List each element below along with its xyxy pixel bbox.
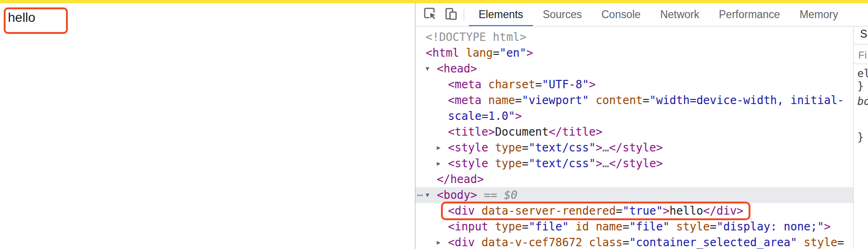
- syntax-token: <style: [448, 141, 488, 154]
- syntax-token: <head>: [437, 62, 477, 75]
- node-div-server-rendered[interactable]: <div data-server-rendered="true">hello</…: [415, 203, 853, 219]
- css-brace-partial: }: [857, 80, 864, 92]
- syntax-token: style: [797, 236, 837, 249]
- node-input-file[interactable]: <input type="file" id name="file" style=…: [415, 219, 853, 235]
- syntax-token: =: [623, 220, 629, 233]
- syntax-token: "viewport": [522, 94, 589, 107]
- syntax-token: "true": [623, 204, 663, 217]
- syntax-token: =: [522, 141, 528, 154]
- node-head-close[interactable]: </head>: [415, 171, 853, 187]
- element-style-partial: el: [857, 67, 868, 79]
- syntax-token: type: [488, 220, 522, 233]
- tab-performance[interactable]: Performance: [709, 3, 790, 26]
- syntax-token: "container_selected_area": [629, 236, 797, 249]
- device-toolbar-button[interactable]: [443, 7, 458, 22]
- syntax-token: …: [602, 157, 609, 170]
- expand-toggle-icon[interactable]: ▶: [437, 235, 441, 249]
- syntax-token: <div: [448, 236, 475, 249]
- inspect-element-button[interactable]: [423, 7, 438, 22]
- syntax-token: == $0: [477, 189, 518, 202]
- inspect-cursor-icon: [423, 7, 437, 23]
- tab-styles-partial[interactable]: S: [860, 28, 867, 40]
- node-head[interactable]: ▼<head>: [415, 61, 853, 77]
- syntax-token: "UTF-8": [542, 78, 589, 91]
- tab-console[interactable]: Console: [592, 3, 650, 26]
- css-brace-partial-2: }: [857, 131, 864, 143]
- syntax-token: =: [515, 94, 522, 107]
- styles-pane-divider: [854, 44, 868, 45]
- expand-toggle-icon[interactable]: ▶: [437, 156, 441, 171]
- syntax-token: >: [589, 78, 595, 91]
- web-page-viewport: hello: [0, 3, 415, 249]
- devtools-tabs: ElementsSourcesConsoleNetworkPerformance…: [469, 3, 868, 26]
- syntax-token: <style: [448, 157, 488, 170]
- syntax-token: =: [616, 204, 622, 217]
- node-style-1[interactable]: ▶<style type="text/css">…</style>: [415, 140, 853, 156]
- syntax-token: </head>: [437, 173, 484, 186]
- devtools-panel: ElementsSourcesConsoleNetworkPerformance…: [415, 3, 868, 249]
- syntax-token: style: [670, 220, 710, 233]
- syntax-token: =: [710, 220, 717, 233]
- syntax-token: =: [837, 236, 844, 249]
- tab-network[interactable]: Network: [651, 3, 709, 26]
- syntax-token: scale=1.0": [448, 110, 515, 123]
- syntax-token: lang: [459, 46, 493, 59]
- syntax-token: =: [535, 78, 542, 91]
- node-div-container-selected-area[interactable]: ▶<div data-v-cef78672 class="container_s…: [415, 235, 853, 249]
- syntax-token: data-v-cef78672: [475, 236, 582, 249]
- node-meta-charset[interactable]: <meta charset="UTF-8">: [415, 77, 853, 92]
- styles-filter-partial[interactable]: Fi: [858, 49, 867, 61]
- syntax-token: <title>: [448, 125, 495, 138]
- tab-memory[interactable]: Memory: [790, 3, 848, 26]
- syntax-token: </style>: [609, 141, 663, 154]
- syntax-token: content: [589, 94, 643, 107]
- styles-filter-divider: [854, 64, 868, 64]
- node-html[interactable]: <html lang="en">: [415, 45, 853, 61]
- syntax-token: </title>: [549, 125, 603, 138]
- syntax-token: type: [488, 141, 522, 154]
- syntax-token: name: [481, 94, 515, 107]
- syntax-token: </div>: [703, 204, 743, 217]
- devtools-toolbar: ElementsSourcesConsoleNetworkPerformance…: [415, 3, 868, 26]
- syntax-token: "text/css": [528, 157, 596, 170]
- syntax-token: "display: none;": [717, 220, 824, 233]
- expand-toggle-icon[interactable]: ▼: [426, 61, 429, 77]
- tab-sources[interactable]: Sources: [533, 3, 592, 26]
- syntax-token: </style>: [609, 157, 663, 170]
- inspection-highlight-box: [4, 7, 68, 34]
- device-toolbar-icon: [444, 7, 458, 23]
- syntax-token: "file": [528, 220, 569, 233]
- syntax-token: hello: [670, 204, 703, 217]
- syntax-token: Document: [495, 125, 549, 138]
- syntax-token: >: [596, 157, 602, 170]
- syntax-token: =: [623, 236, 629, 249]
- syntax-token: name: [589, 220, 622, 233]
- syntax-token: <meta: [448, 78, 481, 91]
- syntax-token: =: [522, 157, 528, 170]
- dom-tree: <!DOCTYPE html><html lang="en">▼<head><m…: [415, 26, 853, 249]
- syntax-token: <input: [448, 220, 488, 233]
- expand-toggle-icon[interactable]: ▶: [437, 140, 441, 156]
- expand-toggle-icon[interactable]: ▼: [426, 187, 429, 203]
- browser-window: hello: [0, 0, 868, 249]
- toolbar-separator: [464, 8, 464, 21]
- node-body[interactable]: ⋯▼<body> == $0: [415, 187, 853, 203]
- syntax-token: >: [824, 220, 830, 233]
- node-meta-viewport-wrap[interactable]: scale=1.0">: [415, 108, 853, 124]
- node-doctype[interactable]: <!DOCTYPE html>: [415, 29, 853, 45]
- syntax-token: "file": [629, 220, 670, 233]
- syntax-token: =: [493, 46, 500, 59]
- syntax-token: <!DOCTYPE html>: [426, 31, 526, 44]
- syntax-token: =: [643, 94, 649, 107]
- syntax-token: <div: [448, 204, 475, 217]
- syntax-token: =: [522, 220, 528, 233]
- syntax-token: <body>: [437, 189, 477, 202]
- syntax-token: …: [602, 141, 609, 154]
- node-meta-viewport[interactable]: <meta name="viewport" content="width=dev…: [415, 92, 853, 108]
- syntax-token: type: [488, 157, 522, 170]
- node-style-2[interactable]: ▶<style type="text/css">…</style>: [415, 156, 853, 171]
- inspected-node-outline: <div data-server-rendered="true">hello</…: [441, 202, 750, 220]
- tab-elements[interactable]: Elements: [469, 3, 533, 26]
- syntax-token: <html: [426, 46, 459, 59]
- node-title[interactable]: <title>Document</title>: [415, 124, 853, 140]
